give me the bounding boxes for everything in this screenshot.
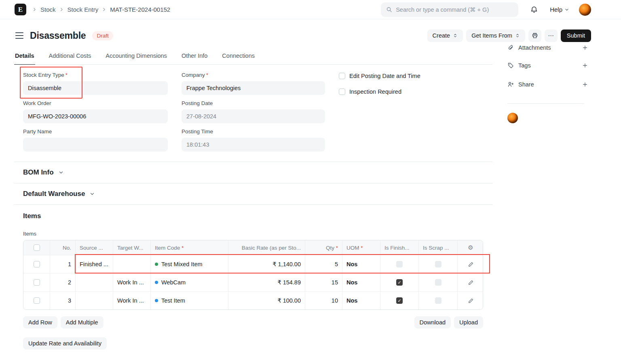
add-multiple-button[interactable]: Add Multiple <box>61 316 104 328</box>
help-menu[interactable]: Help <box>550 6 569 13</box>
sidebar-item-share[interactable]: Share <box>507 75 589 94</box>
row-checkbox[interactable] <box>34 297 40 304</box>
chevron-down-icon <box>564 7 569 12</box>
field-label: Posting Time <box>182 128 325 135</box>
uom-cell[interactable]: Nos <box>342 274 380 291</box>
basic-rate-cell[interactable]: ₹ 1,140.00 <box>228 255 305 273</box>
uom-cell[interactable]: Nos <box>342 255 380 273</box>
is-scrap-checkbox[interactable] <box>435 261 441 267</box>
notifications-bell-icon[interactable] <box>530 6 538 13</box>
tab-additional-costs[interactable]: Additional Costs <box>48 51 92 64</box>
row-checkbox[interactable] <box>34 261 40 267</box>
global-search[interactable] <box>381 2 518 17</box>
target-warehouse-cell[interactable]: Work In ... <box>113 274 150 291</box>
col-uom: UOM * <box>342 240 380 255</box>
breadcrumb-item[interactable]: Stock Entry <box>68 6 99 13</box>
item-code-cell[interactable]: Test Item <box>150 292 228 309</box>
edit-row-pencil-icon[interactable] <box>468 261 474 267</box>
breadcrumb-item[interactable]: Stock <box>40 6 56 13</box>
item-code-cell[interactable]: Test Mixed Item <box>150 255 228 273</box>
sidebar-item-attachments[interactable]: Attachments <box>507 40 589 56</box>
edit-posting-checkbox[interactable] <box>339 73 345 79</box>
edit-row-pencil-icon[interactable] <box>468 280 474 286</box>
ellipsis-icon: ⋯ <box>548 32 554 39</box>
user-avatar[interactable] <box>579 4 591 16</box>
required-asterisk: * <box>361 245 363 251</box>
add-attachment-icon[interactable] <box>582 45 588 50</box>
items-table-header: No. Source ... Target W... Item Code * B… <box>23 240 483 255</box>
target-warehouse-cell[interactable]: Work In ... <box>113 292 150 309</box>
details-column-3: Edit Posting Date and Time Inspection Re… <box>339 72 492 157</box>
source-warehouse-cell[interactable]: Finished ... <box>75 255 113 273</box>
select-all-checkbox[interactable] <box>34 244 40 251</box>
update-rate-availability-button[interactable]: Update Rate and Availability <box>23 337 107 349</box>
company-label: Company <box>182 72 205 78</box>
is-finished-checkbox[interactable]: ✓ <box>396 297 403 304</box>
assigned-user-avatar[interactable] <box>507 113 518 123</box>
basic-rate-cell[interactable]: ₹ 100.00 <box>228 292 305 309</box>
top-navbar: E Stock Stock Entry MAT-STE-2024-00152 H… <box>0 0 621 19</box>
posting-time-label: Posting Time <box>182 128 213 135</box>
item-code-cell[interactable]: WebCam <box>150 274 228 291</box>
tab-other-info[interactable]: Other Info <box>181 51 208 64</box>
posting-time-field: Posting Time 18:01:43 <box>182 128 325 151</box>
search-input[interactable] <box>396 6 513 13</box>
field-label: Posting Date <box>182 100 325 106</box>
table-settings-gear-icon[interactable]: ⚙ <box>468 244 473 251</box>
qty-cell[interactable]: 10 <box>305 292 342 309</box>
menu-hamburger-icon[interactable] <box>15 32 23 38</box>
col-is-finished: Is Finish... <box>380 240 418 255</box>
source-warehouse-cell[interactable] <box>75 292 113 309</box>
edit-posting-label: Edit Posting Date and Time <box>349 73 420 79</box>
download-button[interactable]: Download <box>414 316 451 328</box>
tag-icon <box>507 62 514 69</box>
form-main: Details Additional Costs Accounting Dime… <box>14 51 492 349</box>
company-input[interactable]: Frappe Technologies <box>182 81 325 95</box>
item-code-text: Test Mixed Item <box>161 261 203 267</box>
is-scrap-checkbox[interactable] <box>435 297 441 304</box>
party-name-field: Party Name <box>23 128 168 151</box>
is-finished-checkbox[interactable]: ✓ <box>396 279 403 286</box>
basic-rate-cell[interactable]: ₹ 154.89 <box>228 274 305 291</box>
stock-entry-type-input[interactable]: Disassemble <box>23 81 168 95</box>
is-finished-checkbox[interactable] <box>396 261 403 267</box>
inspection-required-checkbox-field[interactable]: Inspection Required <box>339 88 492 95</box>
tab-accounting-dimensions[interactable]: Accounting Dimensions <box>105 51 168 64</box>
source-warehouse-cell[interactable] <box>75 274 113 291</box>
col-qty: Qty * <box>305 240 342 255</box>
edit-row-pencil-icon[interactable] <box>468 298 474 304</box>
edit-posting-checkbox-field[interactable]: Edit Posting Date and Time <box>339 73 492 79</box>
is-scrap-checkbox[interactable] <box>435 279 441 286</box>
posting-time-input[interactable]: 18:01:43 <box>182 138 325 151</box>
stock-entry-type-field: Stock Entry Type * Disassemble <box>23 72 168 95</box>
posting-date-input[interactable]: 27-08-2024 <box>182 109 325 123</box>
form-sidebar: Attachments Tags Share <box>503 40 589 123</box>
bom-info-section-toggle[interactable]: BOM Info <box>14 162 492 183</box>
paperclip-icon <box>507 44 514 51</box>
add-share-icon[interactable] <box>582 82 588 87</box>
sidebar-divider <box>507 103 584 104</box>
party-name-input[interactable] <box>23 138 168 151</box>
share-person-icon <box>507 81 514 88</box>
row-checkbox[interactable] <box>34 279 40 286</box>
upload-button[interactable]: Upload <box>454 316 483 328</box>
tab-connections[interactable]: Connections <box>221 51 256 64</box>
breadcrumb-current[interactable]: MAT-STE-2024-00152 <box>110 6 170 13</box>
details-section: Stock Entry Type * Disassemble Work Orde… <box>14 65 492 162</box>
qty-cell[interactable]: 5 <box>305 255 342 273</box>
default-warehouse-section-toggle[interactable]: Default Warehouse <box>14 183 492 205</box>
tab-details[interactable]: Details <box>14 51 35 65</box>
add-tag-icon[interactable] <box>582 63 588 68</box>
create-button[interactable]: Create <box>427 29 463 42</box>
uom-cell[interactable]: Nos <box>342 292 380 309</box>
item-status-dot <box>155 263 158 266</box>
app-logo[interactable]: E <box>15 4 26 15</box>
qty-cell[interactable]: 15 <box>305 274 342 291</box>
add-row-button[interactable]: Add Row <box>23 316 57 328</box>
col-item-code-label: Item Code <box>155 245 180 251</box>
work-order-input[interactable]: MFG-WO-2023-00006 <box>23 109 168 123</box>
target-warehouse-cell[interactable] <box>113 255 150 273</box>
item-code-text: Test Item <box>161 297 185 304</box>
inspection-required-checkbox[interactable] <box>339 88 345 95</box>
sidebar-item-tags[interactable]: Tags <box>507 56 589 75</box>
